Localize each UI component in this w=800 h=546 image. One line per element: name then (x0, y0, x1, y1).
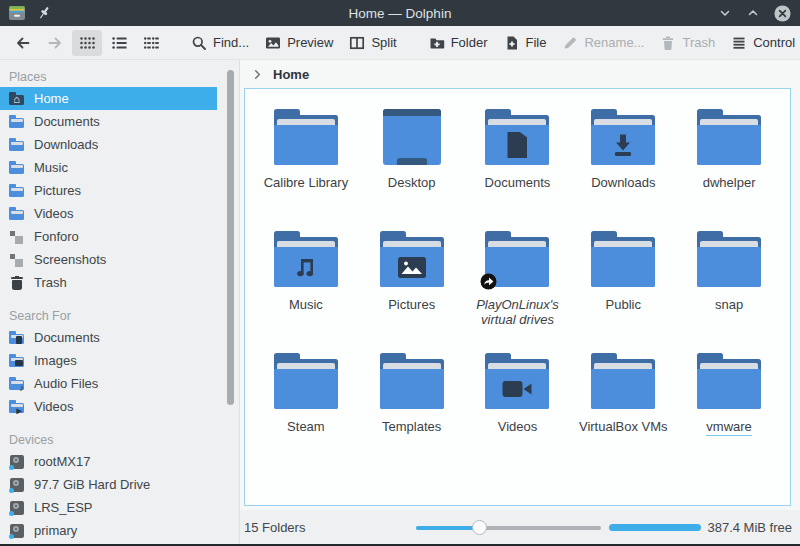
sidebar-item-lrs-esp[interactable]: LRS_ESP (0, 496, 217, 519)
folder-icon (697, 353, 761, 411)
hard-drive-icon (9, 523, 25, 539)
sidebar-item-documents[interactable]: Documents (0, 326, 217, 349)
toolbar-back-button[interactable] (8, 30, 38, 56)
app-icon[interactable] (8, 5, 26, 21)
folder-images-icon (9, 353, 25, 369)
dolphin-window: Home — Dolphin Find...PreviewSplitFolder… (0, 0, 800, 546)
folder-icon (697, 109, 761, 167)
sidebar-item-home[interactable]: ⌂Home (0, 87, 217, 110)
title-bar: Home — Dolphin (0, 0, 800, 26)
grid-item-music[interactable]: Music (253, 231, 359, 353)
chevron-down-icon[interactable] (717, 5, 733, 21)
folder-documents-icon (9, 330, 25, 346)
sidebar-item-screenshots[interactable]: Screenshots (0, 248, 217, 271)
grid-item-public[interactable]: Public (570, 231, 676, 353)
toolbar-preview-button[interactable]: Preview (258, 30, 340, 56)
breadcrumb: Home (240, 60, 800, 88)
grid-item-templates[interactable]: Templates (359, 353, 465, 475)
sidebar-item-label: Screenshots (34, 252, 106, 267)
grid-item-dwhelper[interactable]: dwhelper (676, 109, 782, 231)
sidebar-item-downloads[interactable]: Downloads (0, 133, 217, 156)
grid-item-vmware[interactable]: vmware (676, 353, 782, 475)
folder-icon (380, 353, 444, 411)
grid-item-label: Music (289, 297, 323, 312)
toolbar-new-folder-button[interactable]: Folder (422, 30, 495, 56)
file-new-icon (504, 35, 520, 51)
chevron-right-icon[interactable] (252, 69, 263, 80)
toolbar-split-button[interactable]: Split (342, 30, 403, 56)
toolbar-new-file-button[interactable]: File (497, 30, 554, 56)
grid-item-snap[interactable]: snap (676, 231, 782, 353)
grid-item-label: Documents (485, 175, 551, 190)
sidebar-item-label: LRS_ESP (34, 500, 93, 515)
grid-item-virtualbox-vms[interactable]: VirtualBox VMs (570, 353, 676, 475)
grid-item-calibre-library[interactable]: Calibre Library (253, 109, 359, 231)
toolbar-rename-button[interactable]: Rename... (555, 30, 651, 56)
sidebar-item-fonforo[interactable]: Fonforo (0, 225, 217, 248)
trash-icon (9, 275, 25, 291)
toolbar-rename-label: Rename... (584, 35, 644, 50)
sidebar-item-label: Trash (34, 275, 67, 290)
folder-icon (697, 231, 761, 289)
grid-item-pictures[interactable]: Pictures (359, 231, 465, 353)
stacked-squares-icon (9, 252, 25, 268)
grid-item-label: vmware (706, 419, 752, 434)
toolbar-view-details-button[interactable] (104, 30, 134, 56)
toolbar-trash-button[interactable]: Trash (653, 30, 722, 56)
sidebar-item-videos[interactable]: ►Videos (0, 395, 217, 418)
hard-drive-icon (9, 454, 25, 470)
toolbar-find-label: Find... (213, 35, 249, 50)
zoom-slider-fill (416, 526, 479, 530)
breadcrumb-home[interactable]: Home (273, 67, 309, 82)
sidebar-item-label: primary (34, 523, 77, 538)
grid-item-downloads[interactable]: Downloads (570, 109, 676, 231)
sidebar-item-trash[interactable]: Trash (0, 271, 217, 294)
home-folder-icon: ⌂ (9, 91, 25, 107)
sidebar-item-documents[interactable]: Documents (0, 110, 217, 133)
grid-item-label: Downloads (591, 175, 655, 190)
toolbar-control-button[interactable]: Control (724, 30, 800, 56)
toolbar-forward-button[interactable] (40, 30, 70, 56)
grid-item-documents[interactable]: Documents (465, 109, 571, 231)
sidebar-item-videos[interactable]: Videos (0, 202, 217, 225)
toolbar-view-icons-button[interactable] (72, 30, 102, 56)
sidebar-item-97-7-gib-hard-drive[interactable]: 97.7 GiB Hard Drive (0, 473, 217, 496)
disk-capacity-bar (609, 524, 701, 531)
toolbar-find-button[interactable]: Find... (184, 30, 256, 56)
grid-item-desktop[interactable]: Desktop (359, 109, 465, 231)
desktop-icon (380, 109, 444, 167)
grid-item-label: Calibre Library (264, 175, 349, 190)
folder-icon (591, 231, 655, 289)
sidebar-item-label: Documents (34, 330, 100, 345)
arrow-left-icon (15, 35, 31, 51)
free-space-label: 387.4 MiB free (707, 520, 792, 535)
sidebar-scrollbar[interactable] (227, 70, 234, 405)
symlink-emblem-icon (480, 273, 497, 290)
zoom-slider[interactable] (416, 520, 601, 535)
sidebar-item-audio-files[interactable]: ♪Audio Files (0, 372, 217, 395)
toolbar-control-label: Control (753, 35, 795, 50)
sidebar-item-pictures[interactable]: Pictures (0, 179, 217, 202)
toolbar-new-file-label: File (526, 35, 547, 50)
pen-icon (562, 35, 578, 51)
icon-grid: Calibre LibraryDesktopDocumentsDownloads… (245, 89, 790, 475)
folder-audio-icon: ♪ (9, 376, 25, 392)
sidebar-item-label: Pictures (34, 183, 81, 198)
grid-item-playonlinux-s-virtual-drives[interactable]: PlayOnLinux'svirtual drives (465, 231, 571, 353)
chevron-up-icon[interactable] (745, 5, 761, 21)
grid-item-steam[interactable]: Steam (253, 353, 359, 475)
sidebar-item-music[interactable]: Music (0, 156, 217, 179)
sidebar-item-images[interactable]: Images (0, 349, 217, 372)
sidebar-item-primary[interactable]: primary (0, 519, 217, 542)
sidebar-item-label: Images (34, 353, 77, 368)
folder-view[interactable]: Calibre LibraryDesktopDocumentsDownloads… (244, 88, 791, 506)
grid-item-videos[interactable]: Videos (465, 353, 571, 475)
hard-drive-icon (9, 477, 25, 493)
pin-icon[interactable] (36, 5, 52, 21)
view-details-icon (111, 35, 127, 51)
toolbar-view-compact-button[interactable] (136, 30, 166, 56)
sidebar-item-label: Home (34, 91, 69, 106)
sidebar-item-rootmx17[interactable]: rootMX17 (0, 450, 217, 473)
zoom-slider-handle[interactable] (472, 520, 487, 535)
close-icon[interactable] (773, 4, 792, 23)
